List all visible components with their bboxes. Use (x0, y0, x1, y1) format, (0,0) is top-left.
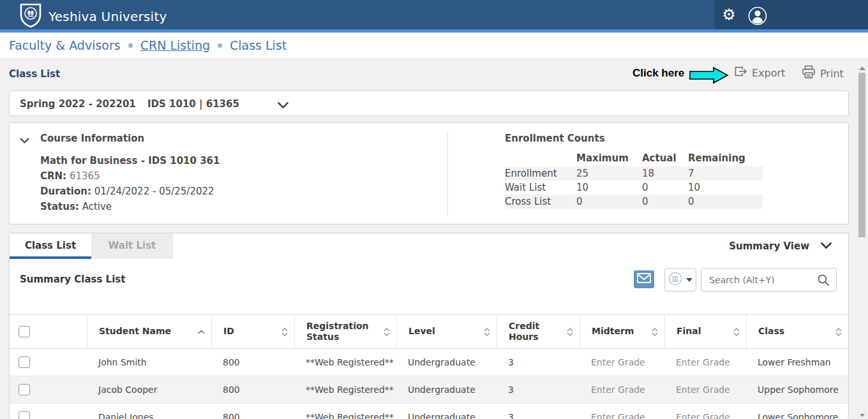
col-maximum: Maximum (576, 151, 642, 166)
row-checkbox[interactable] (19, 411, 30, 419)
university-name: Yeshiva University (49, 9, 167, 24)
print-label: Print (820, 68, 844, 80)
caret-down-icon (686, 278, 692, 282)
vertical-scrollbar[interactable] (857, 64, 867, 419)
breadcrumb: Faculty & Advisors CRN Listing Class Lis… (0, 33, 868, 59)
crn-label: CRN: (40, 170, 66, 182)
summary-view-selector[interactable]: Summary View (729, 240, 832, 252)
table-row[interactable]: Daniel Jones 800 **Web Registered** Unde… (10, 404, 848, 419)
breadcrumb-faculty-advisors[interactable]: Faculty & Advisors (9, 38, 121, 52)
filter-columns-icon (668, 272, 682, 288)
divider (447, 132, 448, 216)
enter-grade-link[interactable]: Enter Grade (580, 349, 664, 376)
summary-view-label: Summary View (729, 240, 809, 252)
waitlist-row: Wait List 10 0 10 (505, 180, 763, 195)
column-level[interactable]: Level (396, 315, 497, 348)
print-button[interactable]: Print (802, 65, 844, 82)
course-information-title: Course Information (40, 133, 144, 144)
course-value: IDS 1010 | 61365 (147, 98, 239, 110)
page-title: Class List (9, 68, 60, 80)
enter-grade-link[interactable]: Enter Grade (580, 376, 664, 403)
row-checkbox[interactable] (19, 384, 30, 395)
enrollment-header-row: Maximum Actual Remaining (505, 151, 763, 166)
term-course-selector[interactable]: Spring 2022 - 202201 IDS 1010 | 61365 (9, 91, 849, 116)
click-here-annotation: Click here (632, 67, 684, 80)
course-title: Math for Business - IDS 1010 361 (40, 155, 220, 166)
duration-label: Duration: (40, 186, 91, 197)
select-all-checkbox[interactable] (19, 326, 30, 337)
university-shield-logo-icon (19, 3, 42, 31)
sort-both-icon[interactable] (567, 328, 573, 336)
print-icon (802, 65, 816, 82)
topbar-right-section (715, 0, 868, 29)
filter-dropdown-button[interactable] (664, 268, 696, 291)
enter-grade-link[interactable]: Enter Grade (580, 404, 664, 419)
status-value: Active (82, 201, 112, 212)
col-actual: Actual (642, 151, 688, 166)
enter-grade-link[interactable]: Enter Grade (664, 404, 746, 419)
enrollment-counts-table: Maximum Actual Remaining Enrollment 25 1… (505, 151, 763, 209)
enter-grade-link[interactable]: Enter Grade (664, 376, 746, 403)
sort-both-icon[interactable] (835, 328, 842, 336)
breadcrumb-crn-listing[interactable]: CRN Listing (140, 38, 210, 52)
status-line: Status: Active (40, 201, 112, 212)
search-box (701, 268, 837, 291)
chevron-down-icon (821, 240, 832, 252)
export-icon (734, 65, 747, 80)
export-button[interactable]: Export (734, 65, 785, 80)
annotation-arrow-icon (689, 67, 729, 86)
sort-both-icon[interactable] (281, 328, 288, 336)
tab-class-list[interactable]: Class List (10, 233, 91, 259)
table-row[interactable]: Jacob Cooper 800 **Web Registered** Unde… (10, 376, 848, 404)
scroll-down-arrow-icon[interactable] (860, 414, 865, 417)
breadcrumb-class-list[interactable]: Class List (230, 38, 287, 52)
brand[interactable]: Yeshiva University (19, 3, 167, 31)
term-value: Spring 2022 - 202201 (20, 98, 136, 110)
breadcrumb-separator-icon (218, 43, 222, 48)
sort-both-icon[interactable] (484, 328, 490, 336)
column-credit-hours[interactable]: Credit Hours (497, 315, 580, 348)
enter-grade-link[interactable]: Enter Grade (664, 349, 746, 376)
search-input[interactable] (709, 268, 811, 291)
enrollment-row: Enrollment 25 18 7 (505, 166, 763, 180)
envelope-icon (637, 273, 651, 286)
settings-gear-icon[interactable]: ⚙ (720, 5, 738, 24)
row-checkbox[interactable] (19, 357, 30, 368)
summary-class-list-heading: Summary Class List (20, 274, 125, 285)
course-information-panel: Course Information Math for Business - I… (9, 122, 849, 224)
duration-line: Duration: 01/24/2022 - 05/25/2022 (40, 186, 214, 197)
sort-both-icon[interactable] (652, 328, 658, 336)
user-avatar-icon[interactable] (748, 6, 767, 26)
tab-wait-list[interactable]: Wait List (91, 233, 173, 259)
export-label: Export (752, 67, 785, 79)
crn-line: CRN: 61365 (40, 170, 100, 182)
photo-column-header (39, 315, 87, 348)
email-button[interactable] (634, 270, 654, 288)
page-toolbar: Class List Click here Export (0, 59, 868, 91)
column-midterm[interactable]: Midterm (580, 315, 664, 348)
column-registration-status[interactable]: Registration Status (294, 315, 396, 348)
class-list-panel: Class List Wait List Summary View Summar… (9, 233, 849, 419)
sort-asc-icon[interactable] (198, 326, 205, 337)
duration-value: 01/24/2022 - 05/25/2022 (94, 186, 214, 197)
scrollbar-thumb[interactable] (858, 73, 865, 237)
col-remaining: Remaining (688, 151, 763, 166)
column-class[interactable]: Class (746, 315, 848, 348)
table-row[interactable]: John Smith 800 **Web Registered** Underg… (10, 349, 848, 376)
table-header-row: Student Name ID Registration Status (10, 314, 848, 349)
crn-value: 61365 (70, 170, 100, 182)
status-label: Status: (40, 201, 79, 212)
search-icon[interactable] (817, 274, 830, 289)
column-id[interactable]: ID (211, 315, 294, 348)
enrollment-counts-title: Enrollment Counts (505, 133, 605, 144)
breadcrumb-separator-icon (128, 43, 133, 48)
top-navigation-bar: Yeshiva University ⚙ (0, 0, 868, 29)
collapse-chevron-down-icon[interactable] (20, 135, 29, 147)
column-student-name[interactable]: Student Name (87, 315, 211, 348)
screen: Yeshiva University ⚙ Faculty & Advisors … (0, 0, 868, 419)
sort-both-icon[interactable] (384, 328, 390, 336)
chevron-down-icon[interactable] (278, 99, 288, 112)
column-final[interactable]: Final (664, 315, 746, 348)
sort-both-icon[interactable] (733, 328, 740, 336)
scroll-up-arrow-icon[interactable] (859, 66, 865, 70)
